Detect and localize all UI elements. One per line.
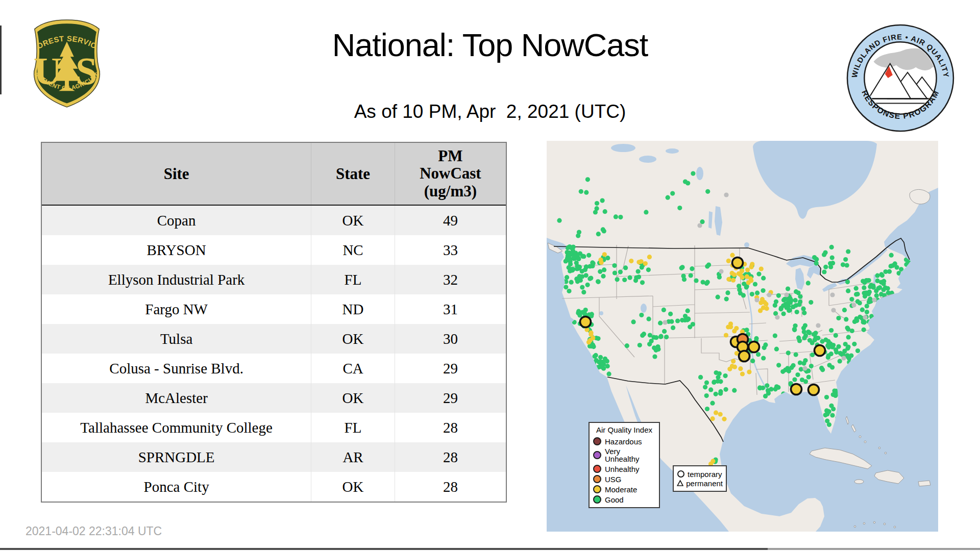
col-header-pm-nowcast: PM NowCast (ug/m3) (395, 143, 506, 205)
monitor-dot (601, 274, 605, 279)
marker-legend-permanent: permanent (677, 479, 723, 487)
monitor-dot (793, 323, 798, 328)
monitor-dot (670, 191, 675, 196)
monitor-dot (760, 297, 765, 302)
monitor-dot (812, 255, 817, 260)
monitor-dot (774, 299, 778, 304)
monitor-dot (831, 308, 836, 312)
monitor-dot (852, 319, 857, 324)
monitor-dot (745, 268, 750, 272)
highlighted-site-marker (749, 342, 760, 353)
monitor-dot (607, 371, 611, 376)
monitor-dot (822, 253, 826, 257)
aqi-legend-item: Very Unhealthy (593, 447, 655, 463)
table-cell-site: Ponca City (42, 472, 311, 502)
monitor-dot (582, 311, 587, 316)
table-cell-site: Fargo NW (42, 294, 311, 324)
monitor-dot (802, 366, 807, 370)
table-cell-state: OK (311, 472, 395, 502)
monitor-dot (596, 336, 600, 341)
monitor-dot (830, 261, 835, 265)
monitor-dot (654, 335, 658, 340)
monitor-dot (712, 380, 716, 385)
monitor-dot (663, 320, 667, 324)
monitor-dot (808, 300, 813, 305)
monitor-dot (823, 265, 828, 269)
monitor-dot (881, 279, 886, 284)
monitor-dot (668, 312, 673, 316)
monitor-dot (578, 251, 582, 256)
monitor-dot (677, 206, 682, 210)
monitor-dot (614, 214, 618, 219)
monitor-dot (716, 295, 720, 299)
monitor-dot (579, 189, 583, 194)
monitor-dot (836, 316, 841, 320)
monitor-dot (819, 366, 824, 370)
permanent-label: permanent (686, 480, 723, 487)
monitor-dot (855, 348, 860, 353)
monitor-dot (664, 335, 669, 339)
monitor-dot (761, 276, 766, 281)
monitor-dot (807, 338, 812, 342)
monitor-dot (595, 201, 599, 206)
aqi-legend-item: Hazardous (593, 437, 655, 445)
monitor-dot (666, 195, 670, 200)
monitor-dot (585, 177, 590, 182)
monitor-dot (697, 223, 702, 228)
pm-header-line3: (ug/m3) (424, 183, 477, 200)
monitor-dot (825, 412, 829, 416)
aqi-legend-item: Unhealthy (593, 465, 655, 473)
monitor-dot (646, 267, 651, 272)
monitor-dot (765, 383, 769, 388)
nowcast-table: Site State PM NowCast (ug/m3) CopanOK49B… (41, 142, 507, 503)
monitor-dot (746, 280, 751, 285)
monitor-dot (761, 386, 765, 390)
monitor-dot (622, 278, 627, 282)
monitor-dot (795, 372, 800, 377)
monitor-dot (629, 259, 633, 263)
permanent-triangle-icon (677, 479, 683, 487)
monitor-dot (590, 260, 595, 265)
monitor-dot (689, 273, 693, 278)
table-cell-state: FL (311, 413, 395, 442)
monitor-dot (850, 329, 854, 333)
table-row: Fargo NWND31 (42, 294, 506, 324)
table-cell-site: Tulsa (42, 324, 311, 354)
monitor-dot (796, 336, 801, 340)
monitor-dot (812, 332, 816, 337)
monitor-dot (846, 249, 850, 254)
monitor-dot (774, 347, 779, 352)
monitor-dot (775, 315, 779, 319)
monitor-dot (792, 377, 797, 382)
monitor-dot (841, 356, 846, 360)
monitor-dot (662, 329, 667, 334)
monitor-dot (718, 412, 723, 416)
monitor-dot (596, 232, 601, 236)
monitor-dot (845, 280, 850, 284)
monitor-dot (863, 315, 867, 319)
table-cell-state: AR (311, 442, 395, 472)
monitor-dot (679, 266, 684, 270)
monitor-dot (640, 280, 645, 285)
table-cell-site: McAlester (42, 383, 311, 413)
monitor-dot (724, 297, 729, 302)
monitor-dot (691, 322, 695, 327)
monitor-dot (816, 336, 820, 340)
monitor-dot (834, 347, 838, 352)
monitor-dot (690, 266, 694, 271)
monitor-dot (638, 343, 642, 347)
aqi-legend-label: Unhealthy (605, 465, 640, 473)
temporary-circle-icon (677, 470, 685, 478)
monitor-dot (723, 373, 728, 378)
monitor-dot (841, 262, 845, 267)
monitor-dot (846, 335, 851, 339)
monitor-dot (639, 313, 644, 317)
monitor-dot (685, 309, 690, 313)
monitor-dot (647, 342, 652, 346)
monitor-dot (740, 371, 745, 376)
monitor-dot (820, 339, 824, 344)
table-row: CopanOK49 (42, 206, 506, 235)
monitor-dot (806, 281, 811, 285)
generation-timestamp: 2021-04-02 22:31:04 UTC (26, 524, 162, 538)
monitor-dot (834, 333, 838, 338)
